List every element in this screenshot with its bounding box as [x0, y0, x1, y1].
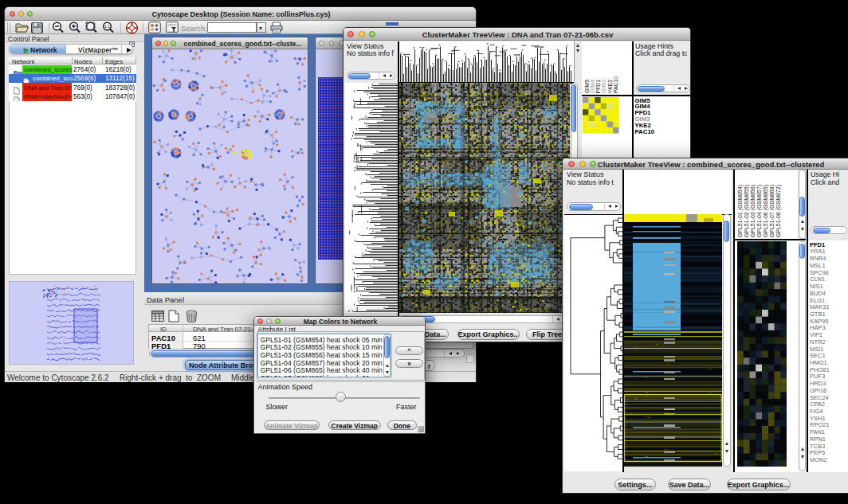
- svg-text:1:1: 1:1: [104, 24, 110, 29]
